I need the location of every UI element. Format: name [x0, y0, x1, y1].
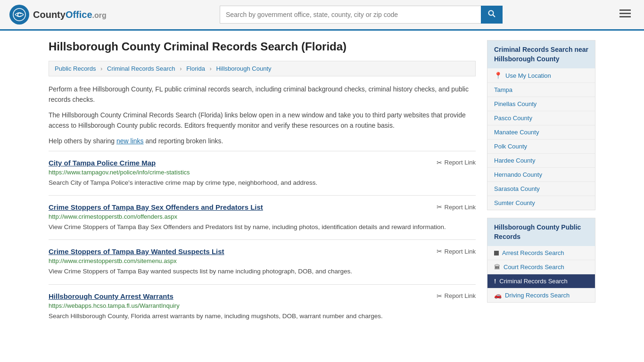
description-3: Help others by sharing new links and rep… — [49, 136, 476, 146]
building-icon: 🏛 — [494, 263, 500, 271]
location-dot-icon: 📍 — [494, 72, 502, 79]
sidebar-item-sumter[interactable]: Sumter County — [487, 196, 595, 210]
sidebar: Criminal Records Search near Hillsboroug… — [487, 40, 595, 329]
sidebar-court-records[interactable]: 🏛 Court Records Search — [487, 260, 595, 274]
svg-rect-6 — [619, 16, 631, 17]
new-links[interactable]: new links — [116, 137, 144, 145]
description-2: The Hillsborough County Criminal Records… — [49, 110, 476, 131]
svg-line-3 — [493, 15, 495, 17]
result-url-0[interactable]: https://www.tampagov.net/police/info/cri… — [49, 169, 476, 176]
sidebar-item-manatee[interactable]: Manatee County — [487, 125, 595, 140]
sidebar-nearby-title: Criminal Records Search near Hillsboroug… — [487, 41, 595, 68]
square-icon-arrest — [494, 251, 499, 255]
sidebar-public-records-title: Hillsborough County Public Records — [487, 218, 595, 246]
description-1: Perform a free Hillsborough County, FL p… — [49, 84, 476, 105]
sidebar-item-hardee[interactable]: Hardee County — [487, 154, 595, 168]
result-title-3[interactable]: Hillsborough County Arrest Warrants — [49, 292, 173, 300]
sidebar-item-sarasota[interactable]: Sarasota County — [487, 182, 595, 196]
report-link-2[interactable]: ✂ Report Link — [437, 247, 476, 255]
breadcrumb: Public Records › Criminal Records Search… — [49, 61, 476, 76]
breadcrumb-florida[interactable]: Florida — [186, 65, 205, 72]
sidebar-item-pinellas[interactable]: Pinellas County — [487, 97, 595, 111]
report-link-3[interactable]: ✂ Report Link — [437, 292, 476, 300]
breadcrumb-public-records[interactable]: Public Records — [55, 65, 96, 72]
main-container: Hillsborough County Criminal Records Sea… — [39, 31, 605, 338]
search-input[interactable] — [220, 6, 481, 24]
result-desc-2: View Crime Stoppers of Tampa Bay wanted … — [49, 267, 476, 276]
result-item-2: Crime Stoppers of Tampa Bay Wanted Suspe… — [49, 239, 476, 284]
result-item-1: Crime Stoppers of Tampa Bay Sex Offender… — [49, 195, 476, 239]
sidebar-item-pasco[interactable]: Pasco County — [487, 111, 595, 125]
report-link-0[interactable]: ✂ Report Link — [437, 159, 476, 166]
menu-button[interactable] — [616, 7, 635, 23]
sidebar-item-hernando[interactable]: Hernando County — [487, 168, 595, 182]
car-icon: 🚗 — [494, 292, 502, 299]
result-title-1[interactable]: Crime Stoppers of Tampa Bay Sex Offender… — [49, 203, 263, 211]
report-icon-2: ✂ — [437, 247, 442, 255]
page-title: Hillsborough County Criminal Records Sea… — [49, 40, 476, 53]
breadcrumb-hillsborough[interactable]: Hillsborough County — [216, 65, 271, 72]
sidebar-driving-records[interactable]: 🚗 Driving Records Search — [487, 288, 595, 302]
result-url-3[interactable]: https://webapps.hcso.tampa.fl.us/Warrant… — [49, 302, 476, 309]
svg-rect-4 — [619, 9, 631, 11]
result-desc-0: Search City of Tampa Police's interactiv… — [49, 178, 476, 188]
search-area — [220, 6, 503, 24]
result-title-0[interactable]: City of Tampa Police Crime Map — [49, 159, 156, 167]
result-desc-3: Search Hillsborough County, Florida arre… — [49, 312, 476, 321]
logo-area: C CountyOffice.org — [9, 5, 107, 25]
result-url-2[interactable]: http://www.crimestopperstb.com/sitemenu.… — [49, 257, 476, 264]
site-header: C CountyOffice.org — [0, 0, 644, 31]
logo-text: CountyOffice.org — [33, 9, 107, 20]
breadcrumb-criminal-records[interactable]: Criminal Records Search — [107, 65, 175, 72]
sidebar-nearby: Criminal Records Search near Hillsboroug… — [487, 40, 595, 210]
result-desc-1: View Crime Stoppers of Tampa Bay Sex Off… — [49, 222, 476, 232]
result-item-3: Hillsborough County Arrest Warrants ✂ Re… — [49, 284, 476, 329]
result-url-1[interactable]: http://www.crimestopperstb.com/offenders… — [49, 213, 476, 220]
sidebar-criminal-records[interactable]: ! Criminal Records Search — [487, 274, 595, 288]
sidebar-use-my-location[interactable]: 📍 Use My Location — [487, 68, 595, 83]
sidebar-item-tampa[interactable]: Tampa — [487, 83, 595, 97]
svg-point-2 — [488, 11, 493, 16]
result-item-0: City of Tampa Police Crime Map ✂ Report … — [49, 151, 476, 195]
content-area: Hillsborough County Criminal Records Sea… — [49, 40, 476, 329]
search-button[interactable] — [481, 6, 503, 24]
logo-icon: C — [9, 5, 29, 25]
report-icon-1: ✂ — [437, 203, 442, 211]
svg-rect-5 — [619, 13, 631, 14]
report-link-1[interactable]: ✂ Report Link — [437, 203, 476, 211]
exclamation-icon: ! — [494, 278, 496, 285]
use-my-location-link[interactable]: Use My Location — [505, 72, 551, 79]
report-icon-0: ✂ — [437, 159, 442, 166]
report-icon-3: ✂ — [437, 292, 442, 300]
sidebar-item-polk[interactable]: Polk County — [487, 140, 595, 154]
result-title-2[interactable]: Crime Stoppers of Tampa Bay Wanted Suspe… — [49, 247, 224, 255]
sidebar-public-records: Hillsborough County Public Records Arres… — [487, 218, 595, 303]
sidebar-arrest-records[interactable]: Arrest Records Search — [487, 246, 595, 260]
